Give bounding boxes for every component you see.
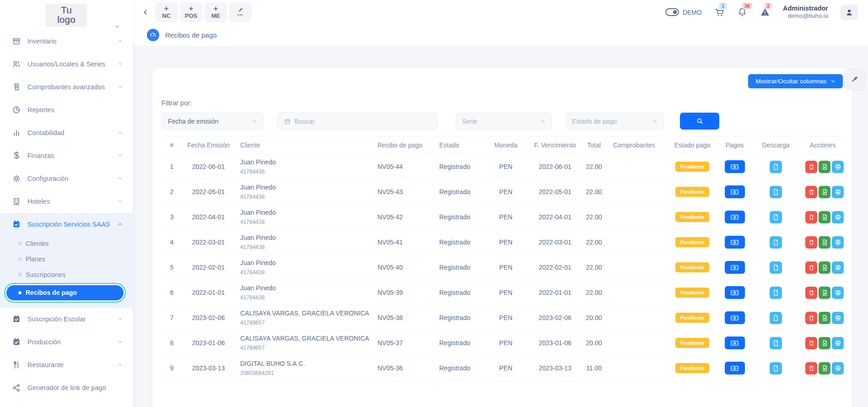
delete-button[interactable]: [805, 337, 817, 349]
print-button[interactable]: [832, 362, 844, 374]
pagos-button[interactable]: [725, 286, 745, 299]
theme-brush-button[interactable]: [844, 69, 865, 89]
excel-button[interactable]: [819, 362, 830, 374]
print-button[interactable]: [832, 161, 844, 173]
sidebar-item-generador-link-pago[interactable]: Generador de link de pago: [0, 376, 133, 399]
pagos-button[interactable]: [725, 336, 745, 349]
download-pdf-button[interactable]: [770, 287, 782, 299]
cart-button[interactable]: 1: [714, 7, 725, 17]
date-type-select[interactable]: Fecha de emisión: [162, 113, 264, 130]
search-button[interactable]: [680, 113, 719, 130]
edit-more-button[interactable]: •••: [229, 2, 252, 22]
download-pdf-button[interactable]: [770, 186, 782, 198]
calendar-check-icon: [12, 337, 21, 347]
sidebar-subitem-planes[interactable]: Planes: [0, 251, 133, 267]
pagos-button[interactable]: [725, 185, 745, 198]
sidebar-subitem-clientes[interactable]: Clientes: [0, 236, 133, 251]
sidebar-item-apps[interactable]: Apps: [0, 399, 133, 407]
row-total: 22.00: [580, 280, 608, 305]
pagos-button[interactable]: [725, 362, 745, 374]
excel-button[interactable]: [819, 337, 830, 349]
estado-pago-select[interactable]: Estado de pago: [566, 113, 664, 130]
download-pdf-button[interactable]: [770, 236, 782, 249]
sidebar-item-suscripcion-escolar[interactable]: Suscripción Escolar: [0, 308, 133, 331]
sidebar-item-restaurante[interactable]: Restaurante: [0, 353, 133, 376]
sidebar-subitem-recibos-de-pago-active[interactable]: Recibos de pago: [6, 285, 124, 300]
excel-button[interactable]: [819, 287, 830, 299]
sidebar-item-finanzas[interactable]: $ Finanzas: [0, 144, 133, 167]
download-pdf-button[interactable]: [770, 337, 782, 349]
new-me-button[interactable]: + ME: [205, 2, 227, 22]
serie-select[interactable]: Serie: [456, 113, 552, 130]
print-button[interactable]: [832, 337, 844, 349]
sidebar-item-configuracion[interactable]: Configuración: [0, 167, 133, 190]
search-input[interactable]: [295, 118, 414, 125]
print-button[interactable]: [832, 287, 844, 299]
print-button[interactable]: [832, 186, 844, 198]
sidebar-item-usuarios[interactable]: Usuarios/Locales & Series: [0, 53, 133, 76]
delete-button[interactable]: [805, 211, 817, 223]
new-pos-button[interactable]: + POS: [180, 2, 202, 22]
table-row[interactable]: 6 2022-01-01 Juan Pinedo 41784438 NV05-3…: [162, 280, 846, 305]
table-row[interactable]: 4 2022-03-01 Juan Pinedo 41784438 NV05-4…: [162, 230, 846, 255]
back-button[interactable]: [138, 3, 153, 22]
table-row[interactable]: 5 2022-02-01 Juan Pinedo 41784438 NV05-4…: [162, 255, 846, 280]
delete-button[interactable]: [805, 236, 817, 249]
filter-label: Filtrar por:: [162, 99, 843, 107]
brand-logo[interactable]: Tu logo: [46, 4, 87, 27]
delete-button[interactable]: [805, 312, 817, 324]
sidebar-item-hoteles[interactable]: Hoteles: [0, 190, 133, 213]
print-button[interactable]: [832, 312, 844, 324]
excel-button[interactable]: [819, 312, 830, 324]
excel-button[interactable]: [819, 211, 830, 223]
excel-button[interactable]: [819, 161, 830, 173]
sidebar-item-contabilidad[interactable]: Contabilidad: [0, 121, 133, 144]
download-pdf-button[interactable]: [770, 211, 782, 223]
sidebar-scroll-chevron-icon[interactable]: [114, 24, 120, 29]
row-pagos: [717, 154, 752, 179]
delete-button[interactable]: [805, 362, 817, 374]
table-row[interactable]: 7 2023-02-06 CALISAYA VARGAS, GRACIELA V…: [162, 305, 846, 331]
download-pdf-button[interactable]: [770, 362, 782, 374]
col-header-comprobantes: Comprobantes: [608, 136, 667, 154]
delete-button[interactable]: [805, 287, 817, 299]
pagos-button[interactable]: [725, 211, 745, 223]
download-pdf-button[interactable]: [770, 261, 782, 274]
download-pdf-button[interactable]: [770, 312, 782, 324]
pagos-button[interactable]: [725, 311, 745, 324]
status-badge: Pendiente: [675, 338, 710, 348]
notifications-button[interactable]: 36: [737, 7, 747, 17]
table-row[interactable]: 2 2022-05-01 Juan Pinedo 41784438 NV05-4…: [162, 179, 846, 205]
delete-button[interactable]: [805, 161, 817, 173]
new-nc-button[interactable]: + NC: [155, 2, 178, 22]
print-button[interactable]: [832, 236, 844, 249]
table-row[interactable]: 8 2023-01-06 CALISAYA VARGAS, GRACIELA V…: [162, 331, 846, 356]
sidebar-item-comprobantes[interactable]: Comprobantes avanzados: [0, 76, 133, 98]
user-menu[interactable]: Administrador demo@buho.la: [783, 4, 828, 20]
alerts-button[interactable]: 2: [760, 7, 771, 17]
sidebar-item-reportes[interactable]: Reportes: [0, 98, 133, 121]
table-row[interactable]: 1 2022-06-01 Juan Pinedo 41784438 NV05-4…: [162, 154, 846, 179]
table-row[interactable]: 9 2023-03-13 DIGITAL BUHO S.A.C. 2060368…: [162, 356, 846, 381]
download-pdf-button[interactable]: [770, 161, 782, 173]
table-row[interactable]: 3 2022-04-01 Juan Pinedo 41784438 NV05-4…: [162, 205, 846, 230]
print-button[interactable]: [832, 261, 844, 274]
pagos-button[interactable]: [725, 261, 745, 274]
show-hide-columns-button[interactable]: Mostrar/Ocultar columnas: [748, 74, 843, 88]
print-button[interactable]: [832, 211, 844, 223]
search-date-field[interactable]: [277, 113, 437, 130]
sidebar-item-inventario[interactable]: Inventario: [0, 30, 133, 53]
delete-button[interactable]: [805, 261, 817, 274]
demo-toggle[interactable]: DEMO: [665, 8, 702, 16]
excel-button[interactable]: [819, 236, 830, 249]
excel-button[interactable]: [819, 186, 830, 198]
chevron-down-icon: [118, 199, 123, 204]
sidebar-item-suscripcion-saas[interactable]: Suscripción Servicios SAAS: [0, 213, 133, 236]
excel-button[interactable]: [819, 261, 830, 274]
sidebar-subitem-suscripciones[interactable]: Suscripciones: [0, 267, 133, 282]
delete-button[interactable]: [805, 186, 817, 198]
avatar[interactable]: [841, 5, 858, 20]
pagos-button[interactable]: [725, 236, 745, 249]
sidebar-item-produccion[interactable]: Producción: [0, 331, 133, 353]
pagos-button[interactable]: [725, 160, 745, 173]
